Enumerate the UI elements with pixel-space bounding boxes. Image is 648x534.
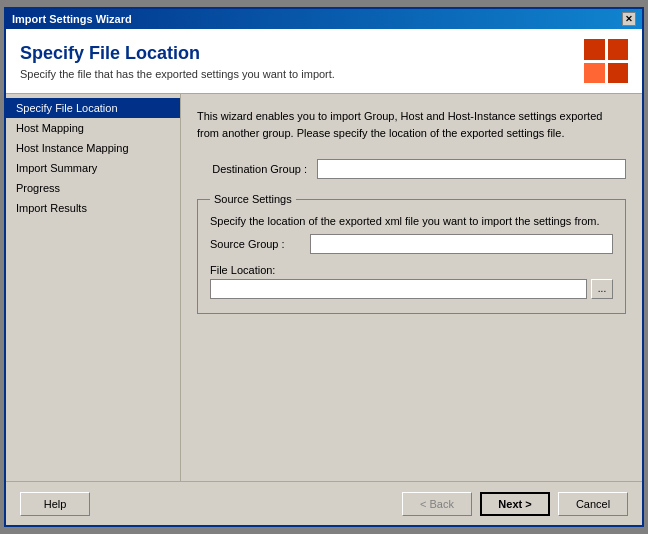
source-group-row: Source Group : [210,234,613,254]
sidebar-item-progress[interactable]: Progress [6,178,180,198]
cancel-button[interactable]: Cancel [558,492,628,516]
file-location-label: File Location: [210,264,613,276]
source-group-input[interactable] [310,234,613,254]
browse-button[interactable]: ... [591,279,613,299]
logo-cell-1 [584,39,605,60]
file-location-input[interactable] [210,279,587,299]
destination-group-row: Destination Group : [197,159,626,179]
logo [584,39,628,83]
file-location-section: File Location: ... [210,264,613,299]
close-button[interactable]: ✕ [622,12,636,26]
logo-cell-2 [608,39,629,60]
back-button[interactable]: < Back [402,492,472,516]
source-settings-group: Source Settings Specify the location of … [197,193,626,314]
source-description: Specify the location of the exported xml… [210,213,613,230]
content-area: Specify File Location Host Mapping Host … [6,94,642,481]
footer-right: < Back Next > Cancel [402,492,628,516]
logo-cell-3 [584,63,605,84]
source-group-label: Source Group : [210,238,300,250]
sidebar-item-specify-file-location[interactable]: Specify File Location [6,98,180,118]
main-window: Import Settings Wizard ✕ Specify File Lo… [4,7,644,527]
header: Specify File Location Specify the file t… [6,29,642,94]
title-bar: Import Settings Wizard ✕ [6,9,642,29]
logo-cell-4 [608,63,629,84]
next-button[interactable]: Next > [480,492,550,516]
window-title: Import Settings Wizard [12,13,132,25]
file-location-row: ... [210,279,613,299]
intro-text: This wizard enables you to import Group,… [197,108,626,141]
footer: Help < Back Next > Cancel [6,481,642,525]
help-button[interactable]: Help [20,492,90,516]
header-text: Specify File Location Specify the file t… [20,43,335,80]
sidebar-item-host-mapping[interactable]: Host Mapping [6,118,180,138]
sidebar: Specify File Location Host Mapping Host … [6,94,181,481]
destination-group-input[interactable] [317,159,626,179]
sidebar-item-host-instance-mapping[interactable]: Host Instance Mapping [6,138,180,158]
source-settings-legend: Source Settings [210,193,296,205]
page-title: Specify File Location [20,43,335,64]
sidebar-item-import-results[interactable]: Import Results [6,198,180,218]
sidebar-item-import-summary[interactable]: Import Summary [6,158,180,178]
destination-group-label: Destination Group : [197,163,307,175]
main-panel: This wizard enables you to import Group,… [181,94,642,481]
page-subtitle: Specify the file that has the exported s… [20,68,335,80]
